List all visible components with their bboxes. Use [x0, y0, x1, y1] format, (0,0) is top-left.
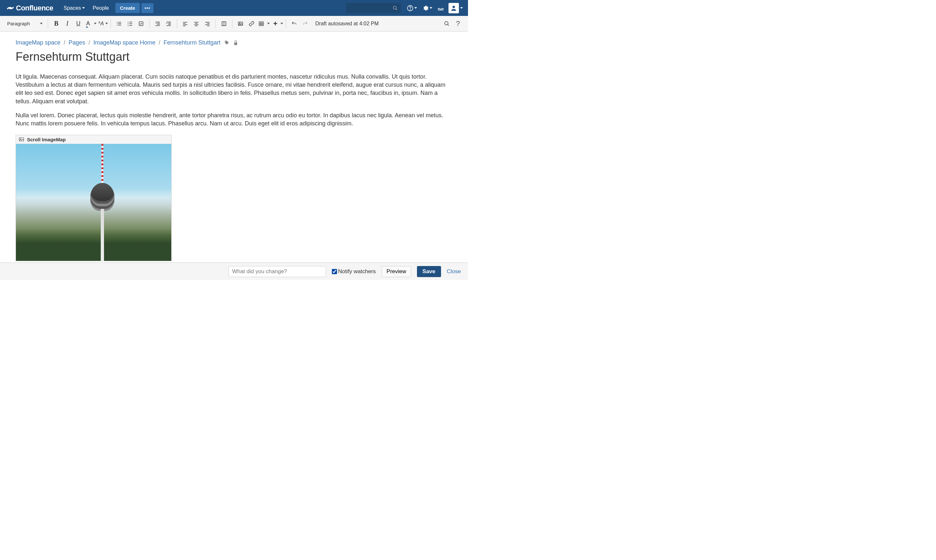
- chevron-down-icon: [430, 7, 432, 9]
- paragraph-style-select[interactable]: Paragraph: [5, 20, 45, 28]
- help-menu[interactable]: [404, 3, 419, 13]
- page-layout-button[interactable]: [218, 18, 230, 29]
- svg-rect-14: [130, 23, 132, 24]
- insert-table-button[interactable]: [257, 18, 270, 29]
- numbered-list-button[interactable]: 123: [125, 18, 136, 29]
- indent-button[interactable]: [163, 18, 174, 29]
- align-left-icon: [182, 21, 188, 27]
- notify-watchers-toggle[interactable]: Notify watchers: [332, 268, 376, 275]
- save-button[interactable]: Save: [417, 266, 441, 277]
- chevron-down-icon: [281, 23, 283, 25]
- breadcrumb-current[interactable]: Fernsehturm Stuttgart: [163, 39, 221, 46]
- chevron-down-icon: [460, 7, 463, 9]
- macro-label: Scroll ImageMap: [27, 137, 66, 142]
- imagemap-macro[interactable]: Scroll ImageMap: [15, 135, 171, 261]
- chevron-down-icon: [105, 23, 108, 25]
- task-list-button[interactable]: [136, 18, 146, 29]
- gear-icon: [422, 5, 429, 11]
- underline-button[interactable]: U: [73, 18, 84, 29]
- align-center-icon: [193, 21, 199, 27]
- svg-point-50: [20, 138, 21, 139]
- svg-rect-29: [183, 26, 186, 26]
- insert-more-button[interactable]: +: [272, 18, 283, 29]
- tray-icon: [438, 5, 444, 11]
- bullet-list-button[interactable]: [113, 18, 125, 29]
- close-link[interactable]: Close: [447, 268, 461, 275]
- chevron-down-icon: [94, 23, 97, 25]
- svg-rect-26: [183, 22, 188, 22]
- breadcrumb-pages[interactable]: Pages: [69, 39, 85, 46]
- editor-content[interactable]: ImageMap space / Pages / ImageMap space …: [0, 31, 468, 269]
- svg-rect-20: [157, 24, 160, 25]
- version-comment-input[interactable]: [228, 266, 326, 277]
- editor-help-button[interactable]: ?: [452, 18, 463, 29]
- svg-rect-42: [259, 22, 264, 26]
- body-paragraph-2[interactable]: Nulla vel lorem. Donec placerat, lectus …: [15, 111, 448, 128]
- svg-point-0: [393, 6, 396, 9]
- autosave-status: Draft autosaved at 4:02 PM: [315, 21, 379, 27]
- nav-people-label: People: [93, 5, 109, 11]
- breadcrumb-home[interactable]: ImageMap space Home: [93, 39, 155, 46]
- body-paragraph-1[interactable]: Ut ligula. Maecenas consequat. Aliquam p…: [15, 73, 448, 106]
- undo-button[interactable]: [288, 18, 300, 29]
- svg-rect-12: [130, 22, 132, 22]
- svg-rect-23: [168, 23, 171, 23]
- undo-icon: [291, 21, 297, 27]
- svg-rect-19: [157, 23, 160, 23]
- svg-rect-31: [195, 23, 198, 24]
- macro-icon: [19, 137, 25, 142]
- editor-footer: Notify watchers Preview Save Close: [0, 263, 468, 280]
- notify-watchers-label: Notify watchers: [338, 268, 376, 275]
- nav-spaces[interactable]: Spaces: [60, 3, 89, 14]
- image-icon: [237, 21, 244, 27]
- indent-icon: [166, 21, 171, 27]
- svg-rect-6: [118, 22, 121, 22]
- align-right-button[interactable]: [202, 18, 213, 29]
- admin-menu[interactable]: [419, 3, 435, 13]
- redo-icon: [302, 21, 308, 27]
- svg-point-9: [117, 25, 118, 25]
- svg-rect-35: [207, 23, 210, 24]
- svg-rect-10: [118, 25, 121, 25]
- page-title[interactable]: Fernsehturm Stuttgart: [15, 50, 452, 64]
- user-avatar[interactable]: [449, 3, 459, 13]
- preview-button[interactable]: Preview: [382, 266, 411, 277]
- breadcrumb-separator: /: [64, 39, 65, 46]
- svg-point-3: [410, 9, 410, 10]
- svg-line-1: [396, 9, 397, 10]
- outdent-button[interactable]: [152, 18, 163, 29]
- notifications-button[interactable]: [435, 3, 447, 13]
- more-formatting-button[interactable]: aA: [99, 20, 108, 27]
- separator: [216, 19, 216, 28]
- restrictions-icon[interactable]: [233, 40, 239, 46]
- svg-rect-32: [194, 25, 199, 25]
- notify-watchers-checkbox[interactable]: [332, 269, 337, 274]
- italic-button[interactable]: I: [62, 18, 73, 29]
- redo-button[interactable]: [300, 18, 311, 29]
- nav-people[interactable]: People: [89, 3, 113, 14]
- svg-rect-17: [139, 22, 143, 26]
- align-center-button[interactable]: [191, 18, 202, 29]
- numbered-list-icon: 123: [127, 21, 133, 27]
- insert-link-button[interactable]: [246, 18, 257, 29]
- align-right-icon: [204, 21, 210, 27]
- more-actions-button[interactable]: •••: [141, 3, 154, 13]
- breadcrumb-space[interactable]: ImageMap space: [15, 39, 60, 46]
- bullet-list-icon: [116, 21, 122, 27]
- create-button[interactable]: Create: [116, 3, 140, 13]
- breadcrumb: ImageMap space / Pages / ImageMap space …: [15, 39, 452, 46]
- separator: [149, 19, 150, 28]
- text-color-button[interactable]: A: [84, 18, 97, 29]
- confluence-logo[interactable]: Confluence: [6, 4, 53, 12]
- brand-text: Confluence: [16, 4, 53, 12]
- svg-text:3: 3: [128, 25, 129, 26]
- align-left-button[interactable]: [180, 18, 191, 29]
- insert-image-button[interactable]: [235, 18, 246, 29]
- search-input[interactable]: [346, 3, 401, 13]
- svg-rect-37: [207, 26, 210, 26]
- labels-icon[interactable]: [224, 40, 230, 46]
- bold-button[interactable]: B: [51, 18, 62, 29]
- find-replace-button[interactable]: [441, 18, 452, 29]
- chevron-down-icon: [40, 23, 43, 25]
- chevron-down-icon: [82, 7, 85, 9]
